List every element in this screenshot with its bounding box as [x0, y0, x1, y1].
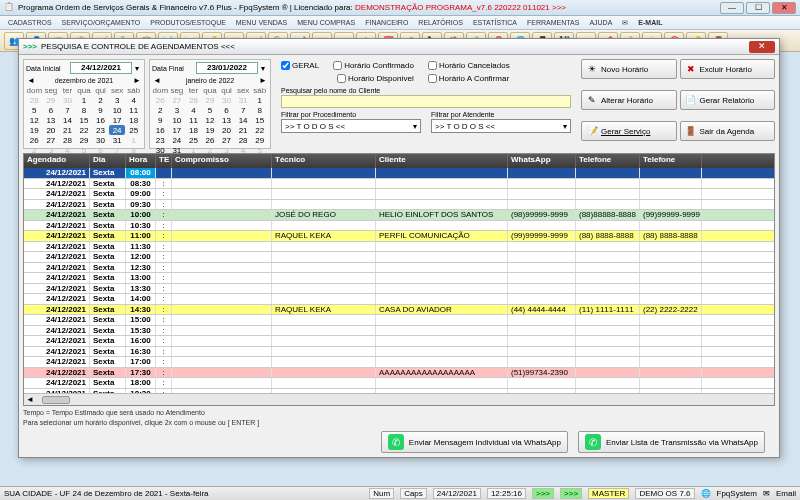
grid-row[interactable]: 24/12/2021Sexta08:30:	[24, 179, 774, 190]
minimize-button[interactable]: —	[720, 2, 744, 14]
grid-row[interactable]: 24/12/2021Sexta18:00:	[24, 378, 774, 389]
month-label: janeiro de 2022	[162, 77, 258, 84]
col-cliente[interactable]: Cliente	[376, 154, 508, 168]
filter-panel: GERAL Horário Confirmado Horário Cancela…	[275, 59, 577, 149]
menu-compras[interactable]: MENU COMPRAS	[297, 19, 355, 26]
grid-row[interactable]: 24/12/2021Sexta15:30:	[24, 326, 774, 337]
grid-row[interactable]: 24/12/2021Sexta09:30:	[24, 200, 774, 211]
whatsapp-individual-button[interactable]: ✆Enviar Mensagem Individual via WhatsApp	[381, 431, 568, 453]
check-geral[interactable]: GERAL	[281, 61, 319, 70]
scroll-thumb[interactable]	[42, 396, 70, 404]
check-aconfirmar[interactable]: Horário A Confirmar	[428, 74, 509, 83]
delete-icon: ✖	[685, 63, 697, 75]
menu-estatistica[interactable]: ESTATÍSTICA	[473, 19, 517, 26]
col-te[interactable]: TE	[156, 154, 172, 168]
date-dropdown-icon[interactable]: ▾	[258, 64, 268, 73]
prev-month-button[interactable]: ◄	[26, 76, 36, 85]
menu-ferramentas[interactable]: FERRAMENTAS	[527, 19, 579, 26]
status-num: Num	[369, 488, 394, 499]
date-final-input[interactable]: 23/01/2022	[196, 62, 258, 74]
col-hora[interactable]: Hora	[126, 154, 156, 168]
report-button[interactable]: 📄Gerar Relatório	[680, 90, 776, 110]
service-icon: 📝	[586, 125, 598, 137]
grid-row[interactable]: 24/12/2021Sexta13:00:	[24, 273, 774, 284]
whatsapp-broadcast-button[interactable]: ✆Enviar Lista de Transmissão via WhatsAp…	[578, 431, 765, 453]
edit-schedule-button[interactable]: ✎Alterar Horário	[581, 90, 677, 110]
filter-proc-combo[interactable]: >> T O D O S <<▾	[281, 119, 421, 133]
col-telefone1[interactable]: Telefone	[576, 154, 640, 168]
dialog-close-button[interactable]: ✕	[749, 41, 775, 53]
grid-row[interactable]: 24/12/2021Sexta15:00:	[24, 315, 774, 326]
email-label[interactable]: E-MAIL	[638, 19, 662, 26]
next-month-button[interactable]: ►	[258, 76, 268, 85]
maximize-button[interactable]: ☐	[746, 2, 770, 14]
whatsapp-icon: ✆	[585, 434, 601, 450]
status-fpq[interactable]: FpqSystem	[717, 489, 757, 498]
menu-produtos[interactable]: PRODUTOS/ESTOQUE	[150, 19, 226, 26]
menu-ajuda[interactable]: AJUDA	[589, 19, 612, 26]
col-dia[interactable]: Dia	[90, 154, 126, 168]
close-button[interactable]: ✕	[772, 2, 796, 14]
grid-row[interactable]: 24/12/2021Sexta12:30:	[24, 263, 774, 274]
status-demo: DEMO OS 7.6	[635, 488, 694, 499]
grid-row[interactable]: 24/12/2021Sexta08:00	[24, 168, 774, 179]
col-tecnico[interactable]: Técnico	[272, 154, 376, 168]
status-indicator: >>>	[532, 488, 554, 499]
prev-month-button[interactable]: ◄	[152, 76, 162, 85]
col-agendado[interactable]: Agendado	[24, 154, 90, 168]
menu-financeiro[interactable]: FINANCEIRO	[365, 19, 408, 26]
sun-icon: ☀	[586, 63, 598, 75]
col-telefone2[interactable]: Telefone	[640, 154, 702, 168]
grid-row[interactable]: 24/12/2021Sexta17:30:AAAAAAAAAAAAAAAAAA(…	[24, 368, 774, 379]
menu-relatorios[interactable]: RELATÓRIOS	[418, 19, 463, 26]
app-icon: 📋	[4, 2, 15, 13]
calendar-grid-2[interactable]: domsegterquaquisexsáb2627282930311234567…	[152, 85, 268, 155]
status-location: SUA CIDADE - UF 24 de Dezembro de 2021 -…	[4, 489, 209, 498]
menu-servico[interactable]: SERVIÇO/ORÇAMENTO	[62, 19, 141, 26]
whatsapp-icon: ✆	[388, 434, 404, 450]
date-initial-label: Data Inicial	[26, 65, 70, 72]
horizontal-scrollbar[interactable]: ◄	[24, 393, 774, 405]
menu-vendas[interactable]: MENU VENDAS	[236, 19, 287, 26]
email-icon[interactable]: ✉	[622, 19, 628, 27]
exit-icon: 🚪	[685, 125, 697, 137]
grid-row[interactable]: 24/12/2021Sexta13:30:	[24, 284, 774, 295]
exit-button[interactable]: 🚪Sair da Agenda	[680, 121, 776, 141]
date-dropdown-icon[interactable]: ▾	[132, 64, 142, 73]
footer-hint-2: Para selecionar um horário disponível, c…	[23, 419, 775, 426]
grid-row[interactable]: 24/12/2021Sexta14:30:RAQUEL KEKACASA DO …	[24, 305, 774, 316]
grid-body[interactable]: 24/12/2021Sexta08:0024/12/2021Sexta08:30…	[24, 168, 774, 393]
grid-row[interactable]: 24/12/2021Sexta17:00:	[24, 357, 774, 368]
mail-icon[interactable]: ✉	[763, 489, 770, 498]
new-schedule-button[interactable]: ☀Novo Horário	[581, 59, 677, 79]
action-buttons: ☀Novo Horário ✖Excluir Horário ✎Alterar …	[581, 59, 775, 149]
chevron-down-icon: ▾	[413, 122, 417, 131]
grid-row[interactable]: 24/12/2021Sexta14:00:	[24, 294, 774, 305]
grid-row[interactable]: 24/12/2021Sexta10:30:	[24, 221, 774, 232]
delete-schedule-button[interactable]: ✖Excluir Horário	[680, 59, 776, 79]
status-date: 24/12/2021	[433, 488, 481, 499]
grid-row[interactable]: 24/12/2021Sexta16:00:	[24, 336, 774, 347]
check-cancelados[interactable]: Horário Cancelados	[428, 61, 510, 70]
globe-icon[interactable]: 🌐	[701, 489, 711, 498]
generate-service-button[interactable]: 📝Gerar Serviço	[581, 121, 677, 141]
status-email[interactable]: Email	[776, 489, 796, 498]
status-time: 12:25:16	[487, 488, 526, 499]
menu-cadastros[interactable]: CADASTROS	[8, 19, 52, 26]
col-compromisso[interactable]: Compromisso	[172, 154, 272, 168]
search-input[interactable]	[281, 95, 571, 108]
check-disponivel[interactable]: Horário Disponível	[337, 74, 414, 83]
grid-row[interactable]: 24/12/2021Sexta11:00:RAQUEL KEKAPERFIL C…	[24, 231, 774, 242]
grid-row[interactable]: 24/12/2021Sexta09:00:	[24, 189, 774, 200]
grid-row[interactable]: 24/12/2021Sexta12:00:	[24, 252, 774, 263]
col-whatsapp[interactable]: WhatsApp	[508, 154, 576, 168]
check-confirmado[interactable]: Horário Confirmado	[333, 61, 414, 70]
grid-row[interactable]: 24/12/2021Sexta16:30:	[24, 347, 774, 358]
next-month-button[interactable]: ►	[132, 76, 142, 85]
grid-row[interactable]: 24/12/2021Sexta11:30:	[24, 242, 774, 253]
date-initial-input[interactable]: 24/12/2021	[70, 62, 132, 74]
grid-row[interactable]: 24/12/2021Sexta10:00:JOSÉ DO REGOHELIO E…	[24, 210, 774, 221]
filter-atend-combo[interactable]: >> T O D O S <<▾	[431, 119, 571, 133]
scroll-left-icon[interactable]: ◄	[26, 395, 34, 404]
calendar-grid-1[interactable]: domsegterquaquisexsáb2829301234567891011…	[26, 85, 142, 155]
